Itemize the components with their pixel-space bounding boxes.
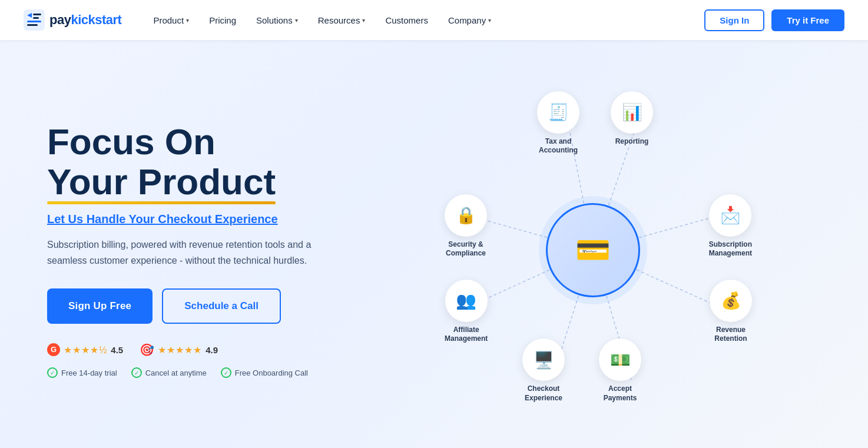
diagram-container: 💳 🧾 Tax andAccounting 📊 Reporting 🔒 Secu…	[428, 79, 758, 421]
affiliate-icon: 👥	[445, 280, 488, 322]
nav-item-resources[interactable]: Resources ▾	[310, 11, 374, 30]
checkout-label: CheckoutExperience	[525, 384, 562, 403]
node-affiliate[interactable]: 👥 AffiliateManagement	[445, 280, 488, 344]
check-icon: ✓	[221, 367, 231, 378]
hero-left: Focus On Your Product Let Us Handle Your…	[47, 122, 365, 379]
nav-item-pricing[interactable]: Pricing	[201, 11, 244, 30]
node-revenue[interactable]: 💰 RevenueRetention	[710, 280, 752, 344]
trust-items: ✓ Free 14-day trial ✓ Cancel at anytime …	[47, 367, 342, 378]
try-free-button[interactable]: Try it Free	[771, 9, 844, 31]
nav-item-company[interactable]: Company ▾	[440, 11, 499, 30]
g2-stars: ★★★★½	[64, 344, 107, 356]
chevron-down-icon: ▾	[295, 17, 298, 24]
chevron-down-icon: ▾	[186, 17, 189, 24]
node-accept-payments[interactable]: 💵 AcceptPayments	[599, 339, 641, 403]
nav-actions: Sign In Try it Free	[704, 9, 844, 31]
nav-links: Product ▾ Pricing Solutions ▾ Resources …	[145, 11, 704, 30]
logo[interactable]: paykickstart	[24, 9, 121, 31]
capterra-badge: 🎯	[140, 343, 154, 357]
tax-accounting-icon: 🧾	[537, 91, 579, 134]
svg-rect-3	[27, 21, 41, 22]
hero-buttons: Sign Up Free Schedule a Call	[47, 288, 342, 324]
svg-rect-4	[27, 24, 38, 26]
center-circle: 💳	[546, 203, 640, 297]
nav-item-solutions[interactable]: Solutions ▾	[248, 11, 306, 30]
g2-badge: G	[47, 343, 60, 356]
check-icon: ✓	[47, 367, 58, 378]
security-icon: 🔒	[445, 194, 487, 237]
trust-onboarding: ✓ Free Onboarding Call	[221, 367, 308, 378]
hero-description: Subscription billing, powered with reven…	[47, 237, 330, 268]
nav-item-product[interactable]: Product ▾	[145, 11, 197, 30]
logo-text: paykickstart	[49, 12, 121, 28]
checkout-icon: 🖥️	[522, 339, 565, 381]
hero-title-line2: Your Product	[47, 162, 276, 202]
ratings-row: G ★★★★½ 4.5 🎯 ★★★★★ 4.9	[47, 343, 342, 357]
trust-trial: ✓ Free 14-day trial	[47, 367, 117, 378]
subscription-label: SubscriptionManagement	[709, 240, 752, 258]
node-security[interactable]: 🔒 Security &Compliance	[445, 194, 487, 258]
node-checkout[interactable]: 🖥️ CheckoutExperience	[522, 339, 565, 403]
accept-payments-icon: 💵	[599, 339, 641, 381]
hero-title: Focus On Your Product	[47, 122, 342, 202]
hero-subtitle: Let Us Handle Your Checkout Experience	[47, 213, 342, 226]
chevron-down-icon: ▾	[488, 17, 491, 24]
node-subscription[interactable]: 📩 SubscriptionManagement	[709, 194, 752, 258]
revenue-icon: 💰	[710, 280, 752, 322]
hero-section: Focus On Your Product Let Us Handle Your…	[0, 40, 868, 448]
capterra-score: 4.9	[206, 345, 218, 355]
accept-payments-label: AcceptPayments	[604, 384, 637, 403]
capterra-rating: 🎯 ★★★★★ 4.9	[140, 343, 218, 357]
svg-rect-2	[33, 17, 39, 19]
svg-rect-1	[33, 14, 41, 15]
subscription-icon: 📩	[709, 194, 751, 237]
tax-accounting-label: Tax andAccounting	[539, 137, 578, 155]
nav-item-customers[interactable]: Customers	[377, 11, 436, 30]
capterra-stars: ★★★★★	[158, 344, 202, 356]
g2-score: 4.5	[111, 345, 123, 355]
node-reporting[interactable]: 📊 Reporting	[611, 91, 653, 147]
schedule-button[interactable]: Schedule a Call	[162, 288, 281, 324]
g2-rating: G ★★★★½ 4.5	[47, 343, 123, 356]
check-icon: ✓	[131, 367, 142, 378]
signin-button[interactable]: Sign In	[704, 9, 764, 31]
revenue-label: RevenueRetention	[714, 326, 747, 344]
chevron-down-icon: ▾	[362, 17, 365, 24]
navbar: paykickstart Product ▾ Pricing Solutions…	[0, 0, 868, 40]
reporting-icon: 📊	[611, 91, 653, 134]
reporting-label: Reporting	[615, 137, 649, 147]
hero-diagram: 💳 🧾 Tax andAccounting 📊 Reporting 🔒 Secu…	[365, 74, 821, 427]
affiliate-label: AffiliateManagement	[445, 326, 488, 344]
node-tax-accounting[interactable]: 🧾 Tax andAccounting	[537, 91, 579, 155]
trust-cancel: ✓ Cancel at anytime	[131, 367, 207, 378]
svg-rect-0	[24, 9, 45, 31]
security-label: Security &Compliance	[446, 240, 486, 258]
payment-card-icon: 💳	[575, 234, 611, 267]
signup-button[interactable]: Sign Up Free	[47, 288, 153, 324]
